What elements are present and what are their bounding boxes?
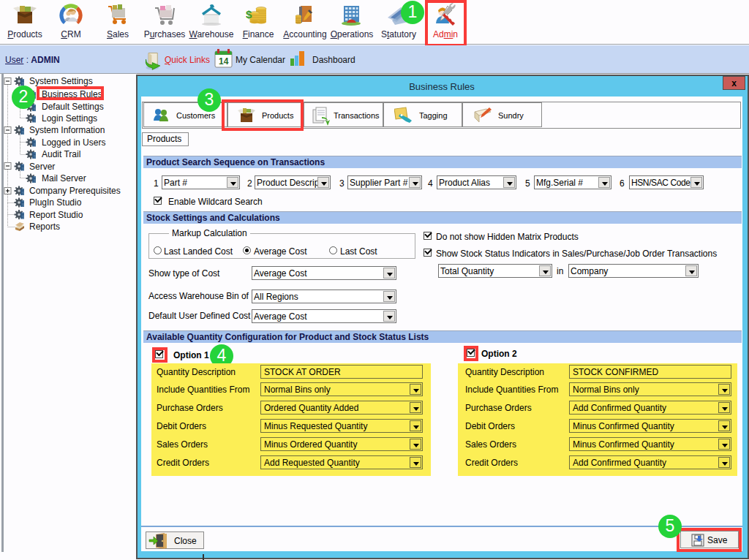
svg-text:$: $ (246, 8, 252, 20)
svg-text:14: 14 (219, 56, 229, 67)
